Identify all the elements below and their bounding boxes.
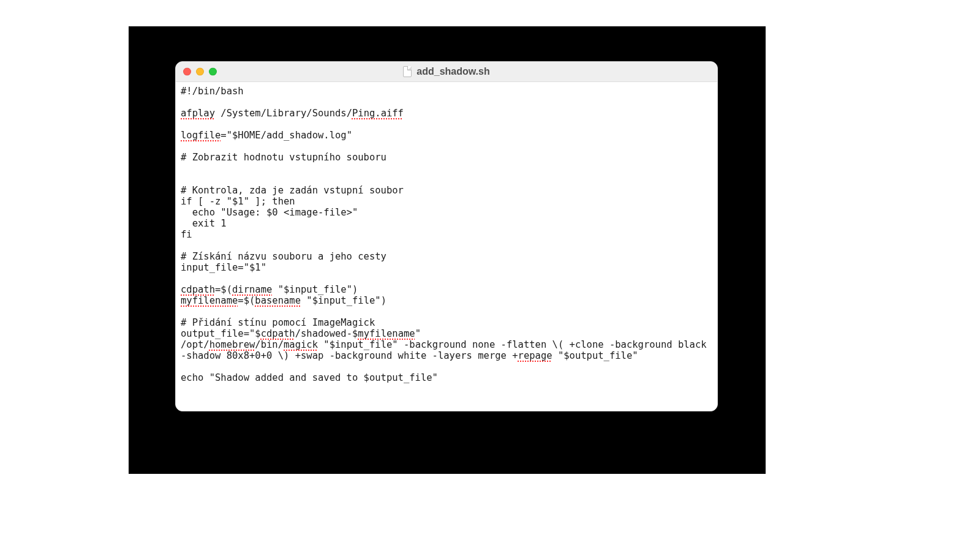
- document-icon: [403, 66, 412, 77]
- zoom-icon[interactable]: [209, 68, 217, 76]
- minimize-icon[interactable]: [196, 68, 204, 76]
- title-center: add_shadow.sh: [403, 66, 489, 77]
- window-title: add_shadow.sh: [417, 67, 489, 77]
- titlebar[interactable]: add_shadow.sh: [176, 62, 717, 82]
- traffic-lights: [183, 68, 217, 76]
- document-body[interactable]: #!/bin/bash afplay /System/Library/Sound…: [176, 82, 717, 411]
- code-content[interactable]: #!/bin/bash afplay /System/Library/Sound…: [181, 86, 712, 383]
- canvas: add_shadow.sh #!/bin/bash afplay /System…: [0, 0, 980, 551]
- close-icon[interactable]: [183, 68, 191, 76]
- editor-window: add_shadow.sh #!/bin/bash afplay /System…: [175, 61, 718, 411]
